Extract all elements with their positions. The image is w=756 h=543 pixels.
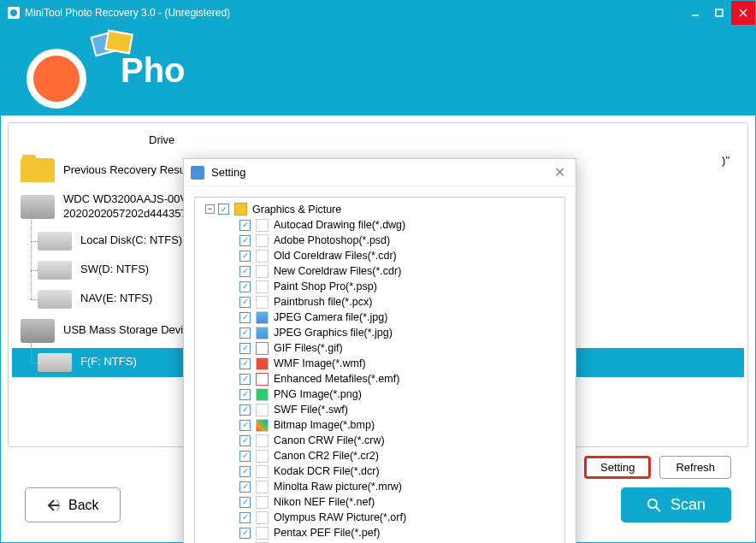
titlebar-text: MiniTool Photo Recovery 3.0 - (Unregiste… [25, 7, 683, 19]
filetype-label: Pentax PEF File(*.pef) [274, 527, 380, 539]
filetype-checkbox[interactable] [239, 220, 251, 231]
filetype-item[interactable]: JPEG Graphics file(*.jpg) [198, 325, 561, 340]
filetype-checkbox[interactable] [239, 528, 251, 539]
filetype-item[interactable]: New Coreldraw Files(*.cdr) [198, 263, 561, 279]
content-area: Drive Previous Recovery ResultWDC WD3200… [1, 115, 755, 542]
filetype-item[interactable]: WMF Image(*.wmf) [198, 356, 561, 371]
filetype-checkbox[interactable] [239, 451, 251, 462]
filetype-item[interactable]: Canon CRW File(*.crw) [198, 433, 561, 448]
app-logo-icon [27, 32, 103, 109]
filetype-icon [256, 388, 269, 401]
filetype-icon [256, 404, 269, 416]
filetype-tree[interactable]: − Graphics & Picture Autocad Drawing fil… [194, 197, 565, 543]
back-label: Back [68, 498, 99, 513]
filetype-item[interactable]: Canon CR2 File(*.cr2) [198, 448, 561, 463]
close-button[interactable] [731, 1, 755, 25]
filetype-checkbox[interactable] [239, 281, 251, 292]
filetype-label: Adobe Photoshop(*.psd) [274, 234, 390, 246]
filetype-checkbox[interactable] [239, 312, 251, 323]
filetype-label: Paintbrush file(*.pcx) [274, 296, 372, 308]
filetype-icon [256, 465, 269, 478]
filetype-item[interactable]: Pentax PEF File(*.pef) [198, 525, 561, 540]
filetype-item[interactable]: PNG Image(*.png) [198, 387, 561, 402]
filetype-item[interactable]: Enhanced Metafiles(*.emf) [198, 371, 561, 387]
dialog-titlebar: Setting ✕ [184, 159, 576, 186]
filetype-checkbox[interactable] [239, 512, 251, 523]
filetype-label: JPEG Camera file(*.jpg) [274, 311, 387, 323]
filetype-checkbox[interactable] [239, 235, 251, 246]
maximize-button[interactable] [707, 1, 731, 25]
filetype-checkbox[interactable] [239, 497, 251, 508]
filetype-checkbox[interactable] [239, 251, 251, 262]
filetype-label: Paint Shop Pro(*.psp) [274, 280, 377, 292]
filetype-label: JPEG Graphics file(*.jpg) [274, 327, 393, 339]
filetype-icon [256, 496, 269, 509]
filetype-item[interactable]: Autocad Drawing file(*.dwg) [198, 217, 561, 233]
titlebar: MiniTool Photo Recovery 3.0 - (Unregiste… [1, 1, 755, 25]
filetype-icon [256, 234, 269, 247]
filetype-checkbox[interactable] [239, 389, 251, 400]
setting-button[interactable]: Setting [584, 456, 651, 479]
back-arrow-icon [46, 498, 62, 513]
filetype-checkbox[interactable] [239, 297, 251, 308]
filetype-icon [256, 511, 269, 524]
collapse-toggle-icon[interactable]: − [205, 204, 215, 214]
partition-icon [38, 353, 72, 372]
filetype-item[interactable]: Adobe Photoshop(*.psd) [198, 233, 561, 248]
header: Pho [1, 25, 755, 115]
filetype-checkbox[interactable] [239, 374, 251, 385]
filetype-icon [256, 219, 269, 232]
partition-icon [38, 261, 72, 280]
scan-label: Scan [670, 496, 706, 514]
partition-icon [38, 232, 72, 251]
dialog-title: Setting [211, 166, 551, 179]
header-title: Pho [121, 51, 186, 90]
filetype-label: Bitmap Image(*.bmp) [274, 419, 375, 431]
filetype-checkbox[interactable] [239, 466, 251, 477]
filetype-item[interactable]: Nikon NEF File(*.nef) [198, 494, 561, 510]
setting-dialog: Setting ✕ − Graphics & Picture Autocad D… [183, 158, 576, 543]
filetype-item[interactable]: GIF Files(*.gif) [198, 340, 561, 356]
root-label: Graphics & Picture [252, 204, 341, 215]
filetype-item[interactable]: Minolta Raw picture(*.mrw) [198, 479, 561, 494]
filetype-label: Autocad Drawing file(*.dwg) [274, 219, 405, 231]
filetype-checkbox[interactable] [239, 328, 251, 339]
back-button[interactable]: Back [25, 487, 121, 522]
app-icon [8, 7, 20, 19]
scan-button[interactable]: Scan [621, 487, 731, 522]
svg-line-5 [656, 507, 660, 511]
filetype-item[interactable]: Paint Shop Pro(*.psp) [198, 279, 561, 294]
filetype-item[interactable]: Kodak DCR File(*.dcr) [198, 463, 561, 479]
filetype-item[interactable]: Paintbrush file(*.pcx) [198, 294, 561, 310]
filetype-item[interactable]: Old Coreldraw Files(*.cdr) [198, 248, 561, 263]
filetype-checkbox[interactable] [239, 420, 251, 431]
filetype-item[interactable]: SWF File(*.swf) [198, 402, 561, 417]
svg-rect-1 [716, 9, 723, 16]
minimize-button[interactable] [683, 1, 707, 25]
filetype-checkbox[interactable] [239, 481, 251, 493]
filetype-label: Olympus RAW Picture(*.orf) [274, 511, 406, 523]
filetype-label: Canon CR2 File(*.cr2) [274, 450, 379, 462]
partition-icon [38, 290, 72, 309]
svg-point-4 [648, 499, 657, 508]
refresh-button[interactable]: Refresh [659, 456, 731, 479]
filetype-icon [256, 357, 269, 370]
filetype-checkbox[interactable] [239, 404, 251, 416]
filetype-checkbox[interactable] [239, 266, 251, 277]
filetype-label: Canon CRW File(*.crw) [274, 434, 385, 446]
filetype-checkbox[interactable] [239, 358, 251, 369]
filetype-icon [256, 434, 269, 447]
filetype-item[interactable]: Olympus RAW Picture(*.orf) [198, 510, 561, 525]
filetype-checkbox[interactable] [239, 435, 251, 446]
dialog-close-button[interactable]: ✕ [551, 164, 569, 180]
filetype-label: Minolta Raw picture(*.mrw) [274, 481, 402, 493]
filetype-item[interactable]: Bitmap Image(*.bmp) [198, 417, 561, 433]
tree-root-item[interactable]: − Graphics & Picture [198, 201, 561, 217]
root-checkbox[interactable] [218, 204, 229, 215]
dialog-icon [191, 166, 204, 180]
filetype-label: Nikon NEF File(*.nef) [274, 496, 375, 508]
folder-icon [234, 203, 247, 215]
filetype-item[interactable]: JPEG Camera file(*.jpg) [198, 310, 561, 325]
filetype-icon [256, 481, 269, 493]
filetype-checkbox[interactable] [239, 343, 251, 354]
